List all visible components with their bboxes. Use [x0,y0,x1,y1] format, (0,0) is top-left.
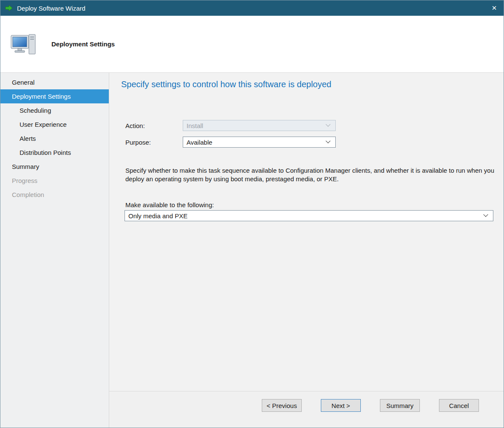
sidebar-item-deployment-settings[interactable]: Deployment Settings [0,89,109,103]
content-panel: Specify settings to control how this sof… [109,73,504,428]
wizard-body: General Deployment Settings Scheduling U… [0,73,504,428]
chevron-down-icon [326,139,330,143]
next-button[interactable]: Next > [321,399,361,412]
action-row: Action: Install [125,120,504,131]
summary-button[interactable]: Summary [380,399,420,412]
wizard-arrow-icon [5,4,13,12]
chevron-down-icon [326,122,330,127]
sidebar-item-user-experience[interactable]: User Experience [0,117,109,131]
action-combobox: Install [183,120,336,131]
description-text: Specify whether to make this task sequen… [125,166,496,183]
sidebar-item-summary[interactable]: Summary [0,160,109,174]
sidebar-item-general[interactable]: General [0,75,109,89]
sidebar-item-distribution-points[interactable]: Distribution Points [0,146,109,160]
sidebar: General Deployment Settings Scheduling U… [0,73,109,428]
deployment-form: Action: Install Purpose: Available [125,120,504,148]
sidebar-item-scheduling[interactable]: Scheduling [0,103,109,117]
purpose-value: Available [187,139,212,146]
window-title: Deploy Software Wizard [17,5,85,12]
chevron-down-icon [483,212,488,217]
make-available-row: Only media and PXE [125,210,504,221]
titlebar[interactable]: Deploy Software Wizard ✕ [0,0,504,16]
purpose-label: Purpose: [125,139,183,146]
content-heading: Specify settings to control how this sof… [121,80,504,89]
computer-icon [10,32,38,57]
page-title: Deployment Settings [51,40,115,48]
previous-button[interactable]: < Previous [262,399,302,412]
footer: < Previous Next > Summary Cancel [109,391,504,428]
header: Deployment Settings [0,16,504,73]
make-available-label: Make available to the following: [125,201,504,208]
purpose-combobox[interactable]: Available [183,137,336,148]
deploy-software-wizard-window: Deploy Software Wizard ✕ Depl [0,0,504,428]
make-available-value: Only media and PXE [128,212,187,220]
make-available-combobox[interactable]: Only media and PXE [125,210,493,221]
purpose-row: Purpose: Available [125,137,504,148]
cancel-button[interactable]: Cancel [439,399,479,412]
sidebar-item-alerts[interactable]: Alerts [0,131,109,146]
action-value: Install [187,122,203,129]
close-icon[interactable]: ✕ [485,0,504,16]
sidebar-item-progress: Progress [0,174,109,188]
action-label: Action: [125,122,183,129]
sidebar-item-completion: Completion [0,188,109,202]
